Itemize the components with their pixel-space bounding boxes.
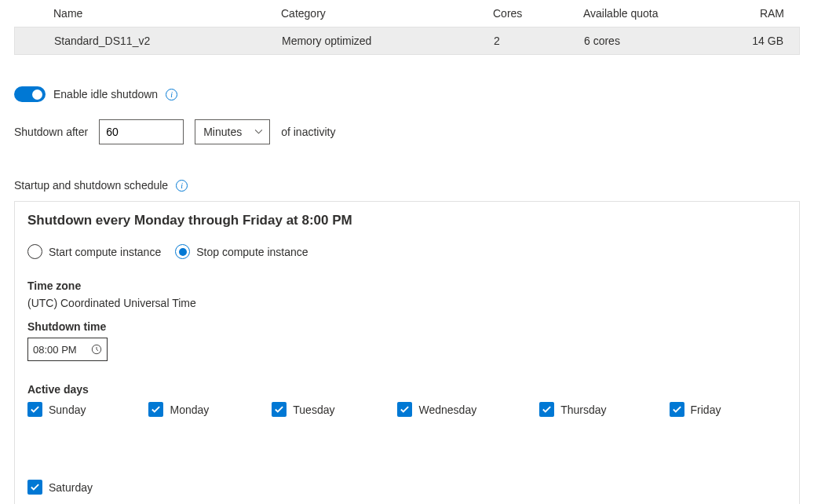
day-checkbox-wednesday[interactable]: Wednesday [397,402,476,417]
table-row[interactable]: Standard_DS11_v2 Memory optimized 2 6 co… [14,27,800,55]
cell-name: Standard_DS11_v2 [15,35,243,47]
shutdown-time-label: Shutdown time [27,320,787,333]
cell-category: Memory optimized [243,35,454,47]
checkbox-checked-icon [27,480,42,495]
col-header-name[interactable]: Name [14,7,242,20]
checkbox-checked-icon [27,402,42,417]
checkbox-checked-icon [272,402,287,417]
timezone-value: (UTC) Coordinated Universal Time [27,297,787,309]
day-label: Sunday [49,404,86,416]
cell-cores: 2 [454,35,545,47]
col-header-ram[interactable]: RAM [701,7,800,20]
day-label: Saturday [49,481,93,494]
day-label: Thursday [560,404,606,416]
day-label: Wednesday [418,404,476,416]
radio-selected-icon [175,244,190,259]
day-label: Monday [170,404,209,416]
schedule-panel: Shutdown every Monday through Friday at … [14,201,800,504]
shutdown-unit-value: Minutes [203,126,242,138]
timezone-label: Time zone [27,279,787,292]
stop-compute-label: Stop compute instance [196,246,308,258]
checkbox-checked-icon [148,402,163,417]
enable-idle-shutdown-toggle[interactable] [14,86,46,102]
info-icon[interactable]: i [166,89,177,100]
day-label: Tuesday [293,404,334,416]
chevron-down-icon [254,130,263,135]
clock-icon [91,344,102,355]
col-header-cores[interactable]: Cores [454,7,544,20]
col-header-quota[interactable]: Available quota [544,7,701,20]
shutdown-unit-select[interactable]: Minutes [195,119,270,144]
checkbox-checked-icon [670,402,684,417]
shutdown-time-value: 08:00 PM [33,344,77,356]
inactivity-suffix: of inactivity [281,126,335,138]
start-compute-label: Start compute instance [49,246,161,258]
start-compute-radio[interactable]: Start compute instance [27,244,161,259]
radio-unselected-icon [27,244,42,259]
stop-compute-radio[interactable]: Stop compute instance [175,244,308,259]
cell-ram: 14 GB [702,35,799,47]
shutdown-after-label: Shutdown after [14,126,88,138]
enable-idle-shutdown-label: Enable idle shutdown [53,88,158,100]
checkbox-checked-icon [539,402,554,417]
vm-size-table: Name Category Cores Available quota RAM … [14,0,800,55]
checkbox-checked-icon [397,402,412,417]
day-label: Friday [691,404,721,416]
shutdown-time-input[interactable]: 08:00 PM [27,338,108,361]
table-header-row: Name Category Cores Available quota RAM [14,0,800,27]
schedule-heading: Shutdown every Monday through Friday at … [27,213,787,228]
day-checkbox-friday[interactable]: Friday [670,402,721,417]
day-checkbox-thursday[interactable]: Thursday [539,402,606,417]
day-checkbox-monday[interactable]: Monday [148,402,209,417]
cell-quota: 6 cores [545,35,702,47]
day-checkbox-tuesday[interactable]: Tuesday [272,402,334,417]
day-checkbox-saturday[interactable]: Saturday [27,480,93,495]
schedule-section-title: Startup and shutdown schedule [14,179,168,192]
day-checkbox-sunday[interactable]: Sunday [27,402,86,417]
shutdown-after-input[interactable] [99,119,184,144]
active-days-label: Active days [27,383,787,396]
info-icon[interactable]: i [176,180,188,192]
col-header-category[interactable]: Category [242,7,454,20]
